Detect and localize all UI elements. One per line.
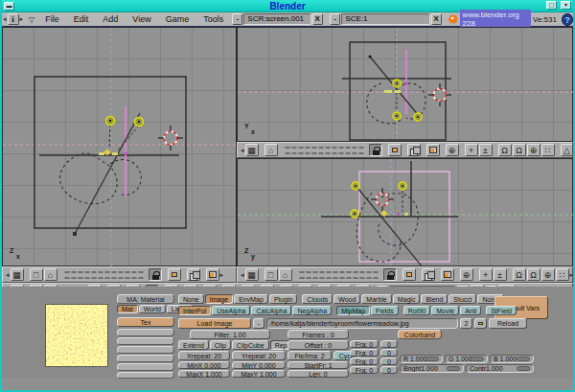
- r-slider[interactable]: R 1.000: [400, 355, 443, 363]
- layer-toggle[interactable]: [299, 277, 305, 279]
- screen-delete-button[interactable]: X: [312, 13, 323, 25]
- layer-toggle[interactable]: [326, 277, 332, 279]
- layer-toggle[interactable]: [285, 147, 290, 149]
- draw-type-icon[interactable]: [441, 268, 454, 281]
- fra-field[interactable]: Fra: 0: [350, 349, 379, 357]
- layer-buttons[interactable]: [299, 269, 379, 280]
- maxx-field[interactable]: MaxX 1.000: [178, 370, 230, 378]
- flag-stfield[interactable]: StField: [486, 306, 517, 315]
- layer-toggle[interactable]: [326, 271, 332, 273]
- window-dropdown-icon[interactable]: ▽: [28, 15, 35, 24]
- menu-item[interactable]: Game: [166, 14, 190, 24]
- fra-value-field[interactable]: 0: [380, 357, 398, 365]
- type-image[interactable]: Image: [205, 294, 233, 304]
- type-blend[interactable]: Blend: [421, 294, 448, 304]
- menu-item[interactable]: File: [45, 14, 59, 24]
- viewport-bottom-right[interactable]: Z y: [237, 158, 573, 266]
- blender-url-text[interactable]: www.blender.org 228: [460, 10, 531, 29]
- mode-clipcube[interactable]: ClipCube: [232, 340, 269, 350]
- layer-toggle[interactable]: [353, 271, 358, 273]
- scene-delete-button[interactable]: X: [431, 13, 442, 25]
- rotate-global-icon[interactable]: Ω: [498, 144, 512, 156]
- flag-movie[interactable]: Movie: [431, 306, 459, 315]
- layer-toggle[interactable]: [346, 271, 352, 273]
- texture-channel-slot[interactable]: [117, 363, 174, 371]
- scene-collapse-button[interactable]: -: [330, 13, 340, 25]
- layer-toggle[interactable]: [98, 271, 104, 273]
- fra-value-field[interactable]: 0: [380, 366, 398, 374]
- pivot-icon[interactable]: ⊕: [527, 144, 540, 156]
- fra-field[interactable]: Fra: 0: [350, 340, 379, 348]
- layer-toggle[interactable]: [91, 277, 97, 279]
- flag-calcalpha[interactable]: CalcAlpha: [251, 306, 291, 315]
- layer-toggle[interactable]: [118, 277, 124, 279]
- xrepeat-field[interactable]: Xrepeat: 20: [178, 351, 230, 360]
- layer-toggle[interactable]: [358, 147, 364, 149]
- flag-negalpha[interactable]: NegAlpha: [292, 306, 332, 315]
- layer-toggle[interactable]: [333, 271, 338, 273]
- layer-toggle[interactable]: [111, 271, 117, 273]
- screen-name-field[interactable]: SCR:screen.001: [243, 13, 310, 25]
- tab-world[interactable]: World: [139, 305, 166, 313]
- texture-channel-slot[interactable]: [117, 346, 174, 354]
- layer-toggle[interactable]: [318, 152, 324, 154]
- cube-icon[interactable]: [187, 268, 200, 281]
- layer-toggle[interactable]: [131, 271, 137, 273]
- texture-channel-slot[interactable]: [117, 337, 174, 345]
- plus-minus-icon[interactable]: ±: [494, 268, 507, 281]
- window-type-icon[interactable]: ▦: [11, 268, 24, 281]
- layer-toggle[interactable]: [319, 271, 325, 273]
- viewport-top-right[interactable]: Y x: [237, 27, 573, 142]
- layer-toggle[interactable]: [285, 152, 290, 154]
- layer-toggle[interactable]: [373, 277, 379, 279]
- layer-toggle[interactable]: [306, 271, 311, 273]
- texture-channel-slot[interactable]: [117, 355, 174, 362]
- layer-toggle[interactable]: [78, 271, 83, 273]
- filter-field[interactable]: Filter: 1.00: [190, 330, 270, 339]
- layer-toggle[interactable]: [319, 277, 325, 279]
- plus-minus-icon[interactable]: ±: [479, 144, 493, 156]
- layer-toggle[interactable]: [312, 271, 318, 273]
- fra-field[interactable]: Fra: 0: [350, 357, 379, 365]
- window-type-icon[interactable]: ▦: [245, 268, 259, 281]
- proportional-icon[interactable]: ∷: [541, 144, 555, 156]
- layer-toggle[interactable]: [91, 271, 97, 273]
- scene-name-field[interactable]: SCE:1: [341, 13, 429, 25]
- layer-toggle[interactable]: [64, 271, 70, 273]
- layer-toggle[interactable]: [352, 147, 357, 149]
- info-icon[interactable]: i: [8, 13, 19, 25]
- layer-toggle[interactable]: [306, 277, 311, 279]
- fra-field[interactable]: Fra: 0: [350, 366, 379, 374]
- miny-field[interactable]: MinY 0.000: [232, 361, 286, 369]
- menu-item[interactable]: View: [132, 14, 150, 24]
- layer-toggle[interactable]: [305, 152, 310, 154]
- cube-icon[interactable]: [422, 268, 435, 281]
- layer-toggle[interactable]: [373, 271, 379, 273]
- layer-toggle[interactable]: [291, 152, 297, 154]
- offset-field[interactable]: Offset : 0: [288, 340, 349, 350]
- image-path-field[interactable]: /home/katja/blenderfoyroom/flowermeadow.…: [266, 318, 458, 329]
- layer-toggle[interactable]: [366, 277, 372, 279]
- object-select-icon[interactable]: [168, 268, 181, 281]
- viewport-left[interactable]: Z x: [2, 27, 237, 266]
- texture-channel-slot[interactable]: [117, 372, 174, 379]
- g-slider[interactable]: G 1.000: [445, 355, 488, 363]
- layer-toggle[interactable]: [125, 277, 130, 279]
- layer-toggle[interactable]: [318, 147, 324, 149]
- layer-toggle[interactable]: [138, 277, 144, 279]
- type-marble[interactable]: Marble: [361, 294, 391, 304]
- colorband-button[interactable]: Colorband: [398, 330, 442, 339]
- maximize-button[interactable]: ▢: [546, 1, 557, 10]
- layer-toggle[interactable]: [353, 277, 358, 279]
- material-id-field[interactable]: MA: Material: [117, 294, 174, 304]
- mode-extend[interactable]: Extend: [178, 340, 209, 350]
- layer-toggle[interactable]: [332, 152, 337, 154]
- layer-toggle[interactable]: [84, 277, 90, 279]
- home-icon[interactable]: ⌂: [44, 268, 58, 281]
- layer-toggle[interactable]: [338, 152, 344, 154]
- layer-toggle[interactable]: [138, 271, 144, 273]
- type-plugin[interactable]: Plugin: [269, 294, 297, 304]
- frames-field[interactable]: Frames : 0: [288, 330, 349, 339]
- layer-toggle[interactable]: [84, 271, 90, 273]
- layer-toggle[interactable]: [366, 271, 372, 273]
